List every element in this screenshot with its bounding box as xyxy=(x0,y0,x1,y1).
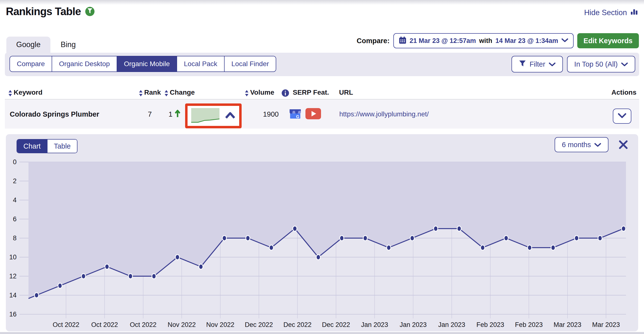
svg-text:Dec 2022: Dec 2022 xyxy=(283,321,312,328)
chevron-down-icon xyxy=(594,141,601,149)
chevron-down-icon xyxy=(618,113,626,119)
rank-history-panel: 0246810121416Oct 2022Oct 2022Oct 2022Nov… xyxy=(6,134,638,331)
keyword-cell: Colorado Springs Plumber xyxy=(10,100,99,129)
rank-history-chart: 0246810121416Oct 2022Oct 2022Oct 2022Nov… xyxy=(6,134,638,331)
url-cell: https://www.jollyplumbing.net/ xyxy=(339,100,429,129)
hide-section-button[interactable]: Hide Section xyxy=(584,8,638,18)
sort-icon[interactable] xyxy=(245,90,249,97)
chevron-up-icon[interactable] xyxy=(225,111,236,120)
svg-text:Oct 2022: Oct 2022 xyxy=(130,321,156,328)
sort-icon[interactable] xyxy=(8,90,12,97)
svg-text:Jan 2023: Jan 2023 xyxy=(400,321,427,328)
svg-text:8: 8 xyxy=(13,234,16,242)
table-header: Keyword Rank Change Volume SERP Feat. UR… xyxy=(5,87,639,100)
time-range-dropdown[interactable]: 6 months xyxy=(554,137,608,152)
svg-text:14: 14 xyxy=(9,291,16,299)
tab-local-pack[interactable]: Local Pack xyxy=(176,56,224,72)
compare-date-picker[interactable]: 21 Mar 23 @ 12:57am with 14 Mar 23 @ 1:3… xyxy=(393,33,574,48)
svg-text:4: 4 xyxy=(13,196,16,204)
sort-icon[interactable] xyxy=(139,90,143,97)
info-icon[interactable] xyxy=(282,89,289,98)
top-rank-filter-dropdown[interactable]: In Top 50 (All) xyxy=(567,56,635,72)
col-change[interactable]: Change xyxy=(170,89,195,96)
col-rank[interactable]: Rank xyxy=(144,89,161,96)
svg-text:Oct 2022: Oct 2022 xyxy=(52,321,80,328)
svg-text:Feb 2023: Feb 2023 xyxy=(476,321,504,328)
tab-organic-desktop[interactable]: Organic Desktop xyxy=(52,56,117,72)
tab-google[interactable]: Google xyxy=(6,37,50,53)
google-my-business-icon: G xyxy=(289,107,302,121)
svg-text:Feb 2023: Feb 2023 xyxy=(515,321,543,328)
tab-organic-mobile[interactable]: Organic Mobile xyxy=(117,56,176,72)
col-url: URL xyxy=(339,89,353,96)
annotation-highlight-box xyxy=(185,103,242,128)
svg-text:Mar 2023: Mar 2023 xyxy=(592,321,620,328)
rank-value: 7 xyxy=(148,110,152,118)
compare-label: Compare: xyxy=(356,37,390,45)
sort-icon[interactable] xyxy=(164,90,168,97)
table-row: Colorado Springs Plumber 7 1 1900 xyxy=(5,100,639,129)
top-rank-filter-label: In Top 50 (All) xyxy=(574,60,618,68)
calendar-icon xyxy=(399,36,406,45)
svg-text:Dec 2022: Dec 2022 xyxy=(322,321,350,328)
svg-text:16: 16 xyxy=(9,310,16,318)
col-actions: Actions xyxy=(611,89,636,96)
svg-text:Nov 2022: Nov 2022 xyxy=(168,321,196,328)
chevron-down-icon xyxy=(549,60,556,68)
subtab-strip: Compare Organic Desktop Organic Mobile L… xyxy=(5,53,639,76)
bar-chart-icon xyxy=(630,8,638,18)
result-url-link[interactable]: https://www.jollyplumbing.net/ xyxy=(339,110,429,118)
chevron-down-icon xyxy=(562,38,568,43)
svg-text:6: 6 xyxy=(13,215,16,223)
svg-text:2: 2 xyxy=(13,177,16,185)
col-volume[interactable]: Volume xyxy=(250,89,274,96)
svg-text:G: G xyxy=(296,114,299,119)
svg-text:Jan 2023: Jan 2023 xyxy=(438,321,465,328)
svg-text:Jan 2023: Jan 2023 xyxy=(361,321,388,328)
toggle-chart[interactable]: Chart xyxy=(17,139,47,153)
chevron-down-icon xyxy=(621,60,628,68)
volume-value: 1900 xyxy=(263,110,279,118)
tab-local-finder[interactable]: Local Finder xyxy=(224,56,276,72)
svg-text:12: 12 xyxy=(9,272,16,280)
change-cell: 1 xyxy=(168,100,181,129)
youtube-icon xyxy=(306,108,321,120)
rank-sparkline[interactable] xyxy=(191,108,220,124)
filter-button[interactable]: Filter xyxy=(512,56,563,72)
page-title: Rankings Table xyxy=(6,5,81,18)
hide-section-label: Hide Section xyxy=(584,8,627,17)
tab-bing[interactable]: Bing xyxy=(51,37,85,53)
funnel-icon xyxy=(88,8,92,15)
arrow-up-icon xyxy=(174,110,181,119)
svg-text:0: 0 xyxy=(13,158,16,166)
filter-badge[interactable] xyxy=(85,7,94,16)
rank-cell: 7 xyxy=(142,100,157,129)
compare-date-a: 21 Mar 23 @ 12:57am xyxy=(410,37,476,45)
chart-table-toggle: Chart Table xyxy=(16,139,78,153)
compare-with-label: with xyxy=(479,37,492,45)
time-range-label: 6 months xyxy=(562,141,591,149)
volume-cell: 1900 xyxy=(259,100,283,129)
serp-features-cell: G xyxy=(289,100,321,129)
filter-funnel-icon xyxy=(519,60,526,69)
view-type-tabs: Compare Organic Desktop Organic Mobile L… xyxy=(10,56,276,72)
rankings-table-section: Rankings Table Hide Section Google Bing … xyxy=(0,0,644,334)
compare-date-b: 14 Mar 23 @ 1:34am xyxy=(496,37,558,45)
close-icon[interactable] xyxy=(619,140,628,150)
svg-text:10: 10 xyxy=(9,253,16,261)
change-value: 1 xyxy=(168,110,172,118)
top-fade-divider xyxy=(0,0,644,5)
edit-keywords-button[interactable]: Edit Keywords xyxy=(577,33,639,48)
toggle-table[interactable]: Table xyxy=(47,139,77,153)
tab-compare[interactable]: Compare xyxy=(10,56,52,72)
bottom-divider xyxy=(0,332,644,334)
svg-text:Nov 2022: Nov 2022 xyxy=(206,321,234,328)
filter-button-label: Filter xyxy=(530,60,545,68)
svg-text:Oct 2022: Oct 2022 xyxy=(91,321,118,328)
col-serp-feat: SERP Feat. xyxy=(293,89,329,96)
col-keyword[interactable]: Keyword xyxy=(14,89,42,96)
row-actions-button[interactable] xyxy=(613,109,631,124)
svg-text:Dec 2022: Dec 2022 xyxy=(245,321,273,328)
keyword-text: Colorado Springs Plumber xyxy=(10,110,99,118)
tab-bing-label: Bing xyxy=(61,40,76,49)
